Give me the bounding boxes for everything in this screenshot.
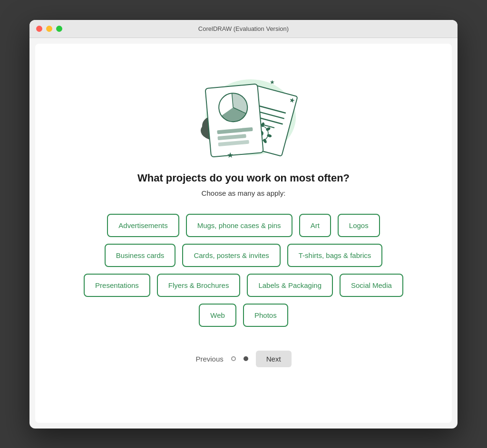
minimize-button[interactable] (46, 26, 52, 32)
next-button[interactable]: Next (256, 351, 292, 367)
main-content: ★ ★ ★ (35, 44, 452, 423)
main-window: CorelDRAW (Evaluation Version) (29, 20, 458, 429)
close-button[interactable] (36, 26, 42, 32)
option-cards-posters[interactable]: Cards, posters & invites (182, 244, 280, 267)
footer: Previous Next (195, 351, 291, 372)
option-web[interactable]: Web (199, 304, 236, 327)
title-bar: CorelDRAW (Evaluation Version) (29, 20, 458, 38)
pagination-dot-1 (231, 356, 236, 361)
window-title: CorelDRAW (Evaluation Version) (198, 25, 289, 32)
options-grid: Advertisements Mugs, phone cases & pins … (63, 214, 424, 327)
options-row-2: Business cards Cards, posters & invites … (105, 244, 383, 267)
option-tshirts[interactable]: T-shirts, bags & fabrics (287, 244, 383, 267)
window-controls (36, 26, 62, 32)
options-row-1: Advertisements Mugs, phone cases & pins … (107, 214, 380, 237)
maximize-button[interactable] (56, 26, 62, 32)
option-mugs-phone-cases[interactable]: Mugs, phone cases & pins (186, 214, 292, 237)
option-flyers-brochures[interactable]: Flyers & Brochures (157, 274, 241, 297)
option-business-cards[interactable]: Business cards (105, 244, 176, 267)
option-logos[interactable]: Logos (338, 214, 380, 237)
option-social-media[interactable]: Social Media (340, 274, 403, 297)
option-art[interactable]: Art (299, 214, 331, 237)
option-labels-packaging[interactable]: Labels & Packaging (247, 274, 333, 297)
svg-text:★: ★ (270, 79, 275, 86)
previous-label: Previous (195, 355, 223, 363)
options-row-4: Web Photos (199, 304, 288, 327)
hero-illustration: ★ ★ ★ (177, 58, 310, 162)
options-row-3: Presentations Flyers & Brochures Labels … (84, 274, 403, 297)
pagination-dot-2 (244, 356, 248, 361)
question-subtitle: Choose as many as apply: (202, 189, 286, 197)
option-photos[interactable]: Photos (243, 304, 288, 327)
option-presentations[interactable]: Presentations (84, 274, 150, 297)
question-heading: What projects do you work on most often? (137, 172, 350, 184)
option-advertisements[interactable]: Advertisements (107, 214, 179, 237)
svg-text:★: ★ (227, 151, 234, 159)
